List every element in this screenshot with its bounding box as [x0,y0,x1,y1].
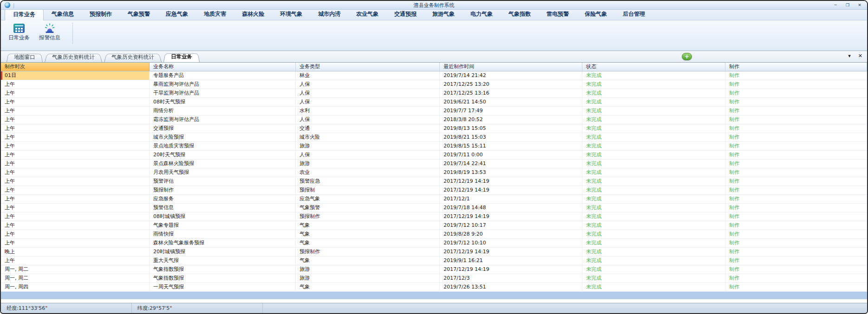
menu-item-13[interactable]: 电力气象 [463,9,501,20]
cell-status: 未完成 [582,248,725,256]
table-row[interactable]: 上午重大天气报气象2019/9/1 16:21未完成制作 [1,256,867,265]
cell-action[interactable]: 制作 [725,80,867,89]
table-row[interactable]: 01日专题服务产品林业2019/7/14 21:42未完成制作 [1,71,867,80]
maximize-button[interactable]: ❐ [844,2,851,8]
mdi-tab-2[interactable]: 气象历史资料统计 [45,53,102,62]
close-button[interactable]: ✕ [856,2,863,8]
cell-action[interactable]: 制作 [725,256,867,265]
menu-item-11[interactable]: 交通预报 [386,9,424,20]
cell-action[interactable]: 制作 [725,133,867,141]
tab-list-dropdown-icon[interactable]: ▾ [848,52,851,60]
cell-action[interactable]: 制作 [725,160,867,168]
mdi-tab-3[interactable]: 气象历史资料统计 [104,53,162,62]
table-row[interactable]: 周一, 周二气象指数预报旅游2017/12/3未完成制作 [1,274,867,283]
menu-item-4[interactable]: 气象预警 [120,9,158,20]
cell-action[interactable]: 制作 [725,71,867,80]
table-row[interactable]: 上午景点森林火险预报旅游2019/7/14 22:41未完成制作 [1,160,867,168]
cell-action[interactable]: 制作 [725,115,867,124]
cell-action[interactable]: 制作 [725,107,867,115]
selected-empty-row[interactable] [1,292,867,299]
cell-type: 预报制作 [296,212,440,221]
menu-item-5[interactable]: 应急气象 [158,9,196,20]
column-header-5[interactable]: 状态 [582,63,725,71]
cell-last-time: 2019/7/12 10:10 [440,239,582,247]
table-row[interactable]: 周一, 周四一周天气预报气象2019/7/26 13:51未完成制作 [1,283,867,292]
table-row[interactable]: 上午城市火险预报城市火险2019/8/21 15:03未完成制作 [1,133,867,142]
column-header-2[interactable]: 业务名称 [150,63,296,71]
menu-item-17[interactable]: 后台管理 [615,9,653,20]
table-row[interactable]: 上午预警评估预警应急2017/12/19 14:19未完成制作 [1,177,867,186]
mdi-tab-1[interactable]: 地图窗口 [7,53,43,62]
table-row[interactable]: 上午交通预报交通2019/8/13 15:05未完成制作 [1,124,867,133]
cell-type: 气象 [296,256,440,265]
cell-action[interactable]: 制作 [725,248,867,256]
daily-business-label: 日常业务 [8,34,30,41]
menu-item-1[interactable]: 日常业务 [5,9,44,20]
table-row[interactable]: 上午月农用天气预报农业2019/8/19 13:53未完成制作 [1,168,867,177]
table-row[interactable]: 上午08时城镇预报预报制作2017/12/19 14:19未完成制作 [1,212,867,221]
daily-business-button[interactable]: 日常业务 [4,22,34,41]
table-row[interactable]: 上午预警信息气象预警2019/7/18 14:48未完成制作 [1,204,867,212]
titlebar-separator: | [13,3,14,8]
cell-type: 预警应急 [296,177,440,186]
table-row[interactable]: 上午霜冻监测与评估产品人保2018/3/8 20:52未完成制作 [1,115,867,124]
cell-action[interactable]: 制作 [725,212,867,221]
menu-item-12[interactable]: 旅游气象 [424,9,463,20]
title-bar[interactable]: | 澧县业务制作系统 ─ ❐ ✕ [1,1,867,10]
cell-name: 重大天气报 [150,256,296,265]
table-row[interactable]: 上午景点地质灾害预报旅游2019/8/15 15:11未完成制作 [1,142,867,151]
daily-business-grid-icon [13,23,25,33]
cell-action[interactable]: 制作 [725,151,867,159]
menu-item-6[interactable]: 地质灾害 [196,9,234,20]
minimize-button[interactable]: ─ [832,2,839,8]
column-header-4[interactable]: 最近制作时间 [440,63,582,71]
column-header-1[interactable]: 制作时次 [1,63,150,71]
cell-action[interactable]: 制作 [725,98,867,106]
menu-item-14[interactable]: 气象指数 [501,9,539,20]
cell-action[interactable]: 制作 [725,177,867,186]
table-row[interactable]: 上午应急服务应急气象2017/12/1未完成制作 [1,195,867,204]
cell-name: 雨情分析 [150,107,296,115]
cell-action[interactable]: 制作 [725,89,867,97]
cell-action[interactable]: 制作 [725,230,867,238]
menu-item-2[interactable]: 气象信息 [44,9,82,20]
cell-action[interactable]: 制作 [725,195,867,203]
cell-action[interactable]: 制作 [725,283,867,291]
cell-action[interactable]: 制作 [725,239,867,247]
cell-action[interactable]: 制作 [725,265,867,274]
menu-item-15[interactable]: 雷电预警 [539,9,577,20]
mdi-tab-4[interactable]: 日常业务 [163,52,200,62]
cell-action[interactable]: 制作 [725,142,867,150]
table-row[interactable]: 上午预报制作预报制2017/12/19 14:19未完成制作 [1,186,867,195]
table-row[interactable]: 上午干旱监测与评估产品人保2017/12/25 13:16未完成制作 [1,89,867,98]
table-row[interactable]: 上午暴雨监测与评估产品人保2017/12/25 13:20未完成制作 [1,80,867,89]
add-tab-button[interactable]: + [682,53,692,60]
table-row[interactable]: 晚上20时城镇预报预报制作2017/12/19 14:19未完成制作 [1,248,867,256]
table-row[interactable]: 上午气象专题报气象2019/7/12 10:17未完成制作 [1,221,867,230]
table-row[interactable]: 上午雨情分析水利2019/7/7 17:49未完成制作 [1,107,867,115]
table-row[interactable]: 上午雨情快报气象2019/8/28 9:20未完成制作 [1,230,867,239]
menu-item-10[interactable]: 农业气象 [348,9,386,20]
column-header-3[interactable]: 业务类型 [296,63,440,71]
menu-item-3[interactable]: 预报制作 [82,9,120,20]
table-row[interactable]: 周一, 周二气象指数预报旅游2017/12/19 14:19未完成制作 [1,265,867,274]
table-row[interactable]: 上午森林火险气象服务预报气象2019/7/12 10:10未完成制作 [1,239,867,248]
cell-action[interactable]: 制作 [725,204,867,212]
cell-action[interactable]: 制作 [725,274,867,282]
menu-item-16[interactable]: 保险气象 [577,9,615,20]
cell-name: 气象指数预报 [150,274,296,282]
table-row[interactable]: 上午20时天气预报人保2019/7/11 0:00未完成制作 [1,151,867,160]
cell-action[interactable]: 制作 [725,221,867,230]
cell-action[interactable]: 制作 [725,124,867,133]
cell-time-slot: 上午 [1,89,150,97]
cell-action[interactable]: 制作 [725,186,867,194]
column-header-6[interactable]: 制作 [725,63,867,71]
alarm-info-button[interactable]: 报警信息 [34,22,65,41]
cell-last-time: 2017/12/19 14:19 [440,186,582,194]
cell-action[interactable]: 制作 [725,168,867,177]
close-tab-icon[interactable]: ✕ [858,52,862,60]
menu-item-9[interactable]: 城市内涝 [310,9,348,20]
menu-item-8[interactable]: 环境气象 [272,9,310,20]
menu-item-7[interactable]: 森林火险 [234,9,272,20]
table-row[interactable]: 上午08时天气预报人保2019/6/21 14:50未完成制作 [1,98,867,107]
